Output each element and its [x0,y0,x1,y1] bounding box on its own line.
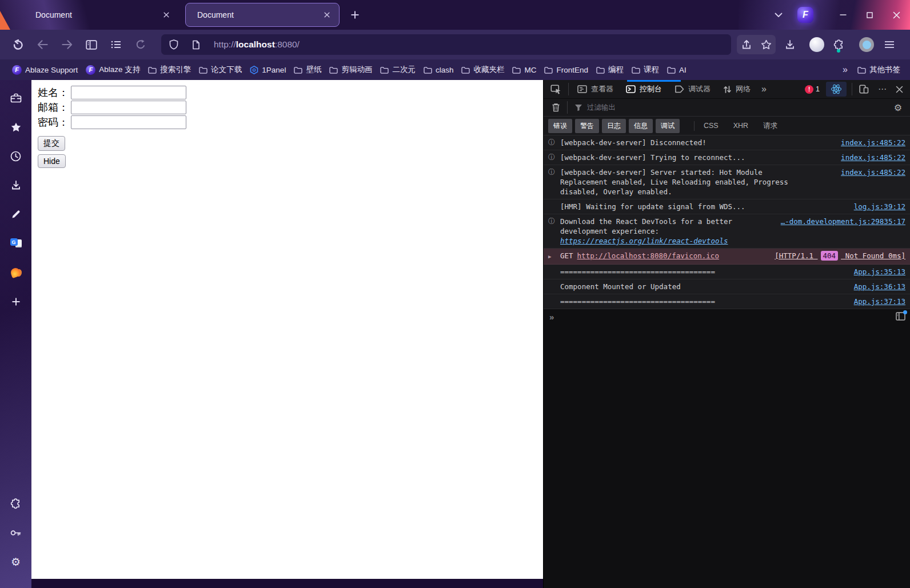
error-count-button[interactable]: ! 1 [801,80,823,98]
name-field[interactable] [71,86,186,99]
sidebar-pencil-button[interactable] [6,205,26,224]
source-location-link[interactable]: index.js:485:22 [834,167,905,177]
level-filter-button[interactable]: 调试 [656,119,680,133]
submit-button[interactable]: 提交 [38,136,65,151]
window-minimize-button[interactable] [829,0,856,30]
level-filter-button[interactable]: 错误 [548,119,572,133]
bookmark-item[interactable]: 搜索引擎 [144,63,195,77]
bookmark-item[interactable]: 二次元 [376,63,420,77]
source-location-link[interactable]: index.js:485:22 [834,138,905,147]
pick-element-icon[interactable] [546,80,566,98]
devtools-tab-network[interactable]: 网络 [717,80,757,98]
devtools-tab-debugger[interactable]: 调试器 [668,80,717,98]
password-field[interactable] [71,115,186,129]
name-label: 姓名： [38,86,71,99]
level-filter-button[interactable]: 日志 [602,119,626,133]
extension-avatar-icon[interactable] [809,37,824,52]
bookmark-item[interactable]: FAblaze Support [8,63,82,77]
url-bar[interactable]: http://localhost:8080/ [161,34,731,55]
sidebar-clock-button[interactable] [6,146,26,166]
sidebar-toolbox-button[interactable] [6,88,26,107]
sidebar-toggle-icon[interactable] [82,35,101,54]
app-menu-icon[interactable] [880,35,899,54]
sidebar-gear-button[interactable]: ⚙ [6,552,26,571]
type-filter-button[interactable]: CSS [704,122,719,130]
type-filter-button[interactable]: 请求 [763,121,777,131]
bookmark-item[interactable]: FAblaze 支持 [82,63,144,77]
source-location-link[interactable]: …-dom.development.js:29835:17 [774,217,905,226]
console-filter-input[interactable] [587,103,889,111]
account-icon[interactable] [859,37,874,52]
undo-icon[interactable] [8,35,27,54]
tab-title: Document [197,10,321,19]
sidebar-translate-button[interactable]: G [6,234,26,253]
network-status-link[interactable]: [HTTP/1.1 404 Not Found 0ms] [768,251,905,261]
clear-console-trash-icon[interactable] [547,99,565,116]
level-filter-button[interactable]: 警告 [575,119,599,133]
level-filter-button[interactable]: 信息 [629,119,653,133]
more-tools-chevron-icon[interactable]: » [757,80,771,98]
devtools-tab-inspector[interactable]: 查看器 [571,80,620,98]
bookmark-star-icon[interactable] [756,35,776,54]
react-devtools-icon[interactable] [826,82,847,97]
bookmark-item[interactable]: 壁纸 [290,63,325,77]
new-tab-button[interactable] [345,5,365,25]
page-info-icon[interactable] [192,40,207,50]
hide-button[interactable]: Hide [38,154,66,168]
source-location-link[interactable]: App.js:36:13 [847,282,905,291]
bookmarks-overflow-chevron-icon[interactable]: » [837,65,853,75]
tab-close-icon[interactable] [160,9,173,21]
reading-list-icon[interactable] [106,35,126,54]
forward-icon[interactable] [57,35,77,54]
tab-1[interactable]: Document [24,0,178,30]
bookmark-item[interactable]: AI [663,64,691,76]
message-link[interactable]: https://reactjs.org/link/react-devtools [560,237,728,245]
shield-icon[interactable] [169,39,185,50]
list-all-tabs-button[interactable] [769,5,788,25]
devtools-menu-icon[interactable]: ⋯ [873,80,891,98]
bookmark-item[interactable]: 收藏夹栏 [457,63,508,77]
bookmark-item[interactable]: 编程 [592,63,628,77]
console-message-row: ⓘ[webpack-dev-server] Server started: Ho… [544,165,910,199]
network-url-link[interactable]: http://localhost:8080/favicon.ico [577,251,719,261]
devtools-tab-console[interactable]: 控制台 [620,80,668,98]
sidebar-download-button[interactable] [6,175,26,195]
sidebar-flame-button[interactable] [6,263,26,282]
close-icon [893,11,900,19]
devtools-close-icon[interactable] [891,80,908,98]
console-settings-gear-icon[interactable]: ⚙ [889,99,907,116]
source-location-link[interactable]: index.js:485:22 [834,153,905,162]
source-location-link[interactable]: App.js:37:13 [847,297,905,306]
type-filter-button[interactable]: XHR [733,122,748,130]
window-close-button[interactable] [883,0,910,30]
bookmark-item[interactable]: 课程 [628,63,663,77]
bookmark-item[interactable]: MC [508,64,540,76]
bookmark-other-bookmarks[interactable]: 其他书签 [853,63,904,77]
expand-arrow-icon[interactable]: ▶ [548,251,560,262]
bookmark-item[interactable]: 论文下载 [195,63,246,77]
sidebar-star-filled-button[interactable] [6,117,26,137]
bookmark-item[interactable]: FrontEnd [540,64,592,76]
reload-icon[interactable] [131,35,150,54]
source-location-link[interactable]: App.js:35:13 [847,267,905,277]
window-maximize-button[interactable] [856,0,883,30]
sidebar-puzzle-button[interactable] [6,494,26,513]
sidebar-key-button[interactable] [6,523,26,542]
reload-icon [135,39,146,50]
sidebar-plus-button[interactable] [6,292,26,311]
bookmark-item[interactable]: clash [420,64,458,76]
share-icon[interactable] [737,35,756,54]
back-icon[interactable] [33,35,52,54]
extensions-puzzle-icon[interactable] [829,35,848,54]
tab-2-active[interactable]: Document [185,3,340,27]
responsive-design-icon[interactable] [855,80,873,98]
source-location-link[interactable]: log.js:39:12 [847,202,905,211]
bookmark-item[interactable]: 剪辑动画 [325,63,376,77]
console-command-line[interactable]: » [544,309,910,325]
bookmark-label: 二次元 [392,65,416,75]
email-field[interactable] [71,101,186,114]
tab-close-icon[interactable] [321,9,333,21]
bookmark-item[interactable]: 1Panel [246,64,290,76]
split-console-icon[interactable] [896,312,905,322]
downloads-icon[interactable] [780,35,800,54]
